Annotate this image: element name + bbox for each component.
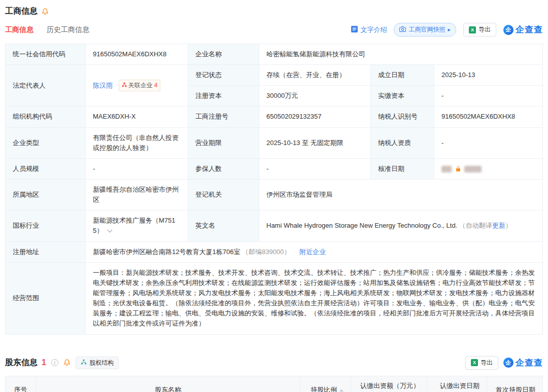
export-button[interactable]: 导出 xyxy=(465,356,498,370)
qichacha-wordmark: 企查查 xyxy=(516,24,543,35)
related-companies-badge[interactable]: 关联企业 4 xyxy=(119,80,161,91)
legal-rep-cell: 陈汉雨 关联企业 4 xyxy=(86,65,188,106)
excel-icon xyxy=(469,26,476,33)
equity-structure-button[interactable]: 股权结构 xyxy=(76,357,119,369)
tabbar: 工商信息 历史工商信息 文字介绍 工商官网快照 导出 xyxy=(5,23,543,37)
related-companies-count: 4 xyxy=(154,81,158,90)
english-name-text: Hami Whale Hydrogen Storage New Energy T… xyxy=(266,222,457,229)
col-index: 序号 xyxy=(6,376,36,392)
excel-icon xyxy=(471,359,478,366)
approval-date-value xyxy=(434,158,543,179)
lock-icon[interactable] xyxy=(455,166,461,172)
shareholders-header: 股东信息 1 股权结构 导出 企查查 xyxy=(5,356,543,370)
subscribe-bell-icon[interactable] xyxy=(63,359,71,366)
establish-date-label: 成立日期 xyxy=(371,65,434,86)
subscribe-bell-icon[interactable] xyxy=(42,8,49,15)
table-row: 人员规模 - 参保人数 - 核准日期 xyxy=(6,158,543,179)
table-row: 组织机构代码 MAEX6DXH-X 工商注册号 650502029132357 … xyxy=(6,106,543,127)
document-icon xyxy=(351,26,358,34)
english-name-label: 英文名 xyxy=(188,210,259,241)
staff-size-value: - xyxy=(86,158,188,179)
paid-capital-value: - xyxy=(434,86,543,106)
tabs: 工商信息 历史工商信息 xyxy=(5,25,89,34)
gov-snapshot-label: 工商官网快照 xyxy=(408,25,445,34)
shareholders-count: 1 xyxy=(42,358,46,367)
address-label: 注册地址 xyxy=(6,241,86,262)
credit-code-value: 91650502MAEX6DXHX8 xyxy=(86,44,188,65)
qichacha-logo: 企查查 xyxy=(503,357,543,369)
insured-count-value: - xyxy=(259,158,371,179)
related-companies-label: 关联企业 xyxy=(128,81,153,90)
col-amount-date[interactable]: 认缴出资日期 xyxy=(427,376,487,392)
col-ratio[interactable]: 持股比例 xyxy=(300,376,351,392)
reg-authority-label: 登记机关 xyxy=(188,179,259,210)
reg-status-label: 登记状态 xyxy=(188,65,259,86)
table-header-row: 序号 股东名称 持股比例 认缴出资额（万元） 认缴出资日期 首次持股日期 xyxy=(6,376,543,392)
reg-number-value: 650502029132357 xyxy=(259,106,371,127)
taxpayer-id-value: 91650502MAEX6DXHX8 xyxy=(434,106,543,127)
text-intro-label: 文字介绍 xyxy=(360,25,387,34)
business-scope-label: 经营范围 xyxy=(6,262,86,334)
staff-size-label: 人员规模 xyxy=(6,158,86,179)
info-icon[interactable] xyxy=(51,359,58,366)
postcode-text: （邮编839000） xyxy=(242,248,290,256)
establish-date-value: 2025-10-13 xyxy=(434,65,543,86)
company-name-label: 企业名称 xyxy=(188,44,259,65)
industry-label: 国标行业 xyxy=(6,210,86,241)
credit-code-label: 统一社会信用代码 xyxy=(6,44,86,65)
tab-history-business-info[interactable]: 历史工商信息 xyxy=(47,25,89,34)
approval-date-label: 核准日期 xyxy=(371,158,434,179)
sort-icon[interactable] xyxy=(339,389,344,392)
col-first-date: 首次持股日期 xyxy=(487,376,543,392)
translate-update-link[interactable]: 更新 xyxy=(492,222,505,229)
table-row: 法定代表人 陈汉雨 关联企业 4 登记状态 存续（在营、开业、在册） 成立日期 … xyxy=(6,65,543,86)
taxpayer-quality-value: - xyxy=(434,127,543,158)
qichacha-icon xyxy=(503,358,513,368)
paid-capital-label: 实缴资本 xyxy=(371,86,434,106)
region-value: 新疆维吾尔自治区哈密市伊州区 xyxy=(86,179,188,210)
company-type-value: 有限责任公司（非自然人投资或控股的法人独资） xyxy=(86,127,188,158)
page-title: 工商信息 xyxy=(5,6,38,17)
taxpayer-quality-label: 纳税人资质 xyxy=(371,127,434,158)
company-type-label: 企业类型 xyxy=(6,127,86,158)
shareholders-table: 序号 股东名称 持股比例 认缴出资额（万元） 认缴出资日期 首次持股日期 1 xyxy=(5,376,543,392)
business-info-table: 统一社会信用代码 91650502MAEX6DXHX8 企业名称 哈密鲸能氢储新… xyxy=(5,44,543,335)
col-ratio-label: 持股比例 xyxy=(311,386,337,392)
table-row: 企业类型 有限责任公司（非自然人投资或控股的法人独资） 营业期限 2025-10… xyxy=(6,127,543,158)
taxpayer-id-label: 纳税人识别号 xyxy=(371,106,434,127)
company-name-value: 哈密鲸能氢储新能源科技有限公司 xyxy=(259,44,543,65)
industry-value: 新能源技术推广服务（M7515） xyxy=(86,210,188,241)
industry-text: 新能源技术推广服务（M7515） xyxy=(93,217,176,234)
col-amount[interactable]: 认缴出资额（万元） xyxy=(351,376,427,392)
auto-translate-note-end: ） xyxy=(505,222,512,229)
equity-structure-label: 股权结构 xyxy=(89,359,114,367)
org-code-value: MAEX6DXH-X xyxy=(86,106,188,127)
company-business-info-page: 工商信息 工商信息 历史工商信息 文字介绍 工商官网快照 xyxy=(0,0,548,392)
shareholders-title: 股东信息 xyxy=(5,358,38,368)
business-scope-value: 一般项目：新兴能源技术研发；技术服务、技术开发、技术咨询、技术交流、技术转让、技… xyxy=(86,262,543,334)
chevron-down-icon[interactable] xyxy=(107,228,112,233)
reg-capital-label: 注册资本 xyxy=(188,86,259,106)
redacted-text xyxy=(464,166,482,172)
export-button[interactable]: 导出 xyxy=(463,23,496,37)
tab-business-info[interactable]: 工商信息 xyxy=(5,25,33,34)
org-icon xyxy=(122,81,127,90)
business-info-title-row: 工商信息 xyxy=(5,6,543,17)
gov-snapshot-button[interactable]: 工商官网快照 xyxy=(394,23,456,37)
export-label: 导出 xyxy=(481,359,493,367)
table-row: 所属地区 新疆维吾尔自治区哈密市伊州区 登记机关 伊州区市场监督管理局 xyxy=(6,179,543,210)
region-label: 所属地区 xyxy=(6,179,86,210)
nearby-companies-link[interactable]: 附近企业 xyxy=(299,248,326,256)
insured-count-label: 参保人数 xyxy=(188,158,259,179)
legal-rep-link[interactable]: 陈汉雨 xyxy=(93,82,113,89)
table-row: 经营范围 一般项目：新兴能源技术研发；技术服务、技术开发、技术咨询、技术交流、技… xyxy=(6,262,543,334)
col-amount-label: 认缴出资额（万元） xyxy=(360,382,420,389)
qichacha-wordmark: 企查查 xyxy=(516,357,543,369)
header-actions: 文字介绍 工商官网快照 导出 企查查 xyxy=(351,23,543,37)
business-term-value: 2025-10-13 至 无固定期限 xyxy=(259,127,371,158)
text-intro-button[interactable]: 文字介绍 xyxy=(351,25,387,34)
reg-capital-value: 30000万元 xyxy=(259,86,371,106)
qichacha-logo: 企查查 xyxy=(503,24,543,35)
legal-rep-label: 法定代表人 xyxy=(6,65,86,106)
org-code-label: 组织机构代码 xyxy=(6,106,86,127)
